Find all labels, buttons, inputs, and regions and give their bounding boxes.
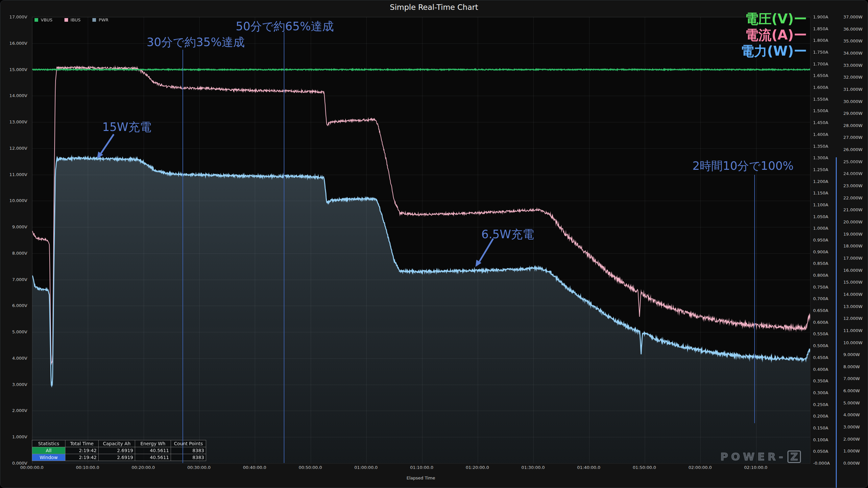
current-tick-label: 0.300A (813, 390, 828, 395)
power-tick-label: 10.000W (843, 340, 862, 345)
voltage-axis-legend: 電圧(V)ー (741, 11, 807, 27)
power-axis-legend: 電力(W)ー (741, 43, 807, 59)
page-title: Simple Real-Time Chart (0, 3, 868, 11)
stats-window-count: 8383 (171, 454, 206, 461)
current-tick-label: 1.050A (813, 214, 828, 219)
reference-line (284, 32, 284, 463)
series-legend: VBUS IBUS PWR (34, 18, 108, 22)
stats-window-button[interactable]: Window (32, 454, 65, 461)
current-tick-label: 0.150A (813, 425, 828, 430)
current-tick-label: 0.550A (813, 332, 828, 336)
power-tick-label: 6.000W (843, 388, 860, 393)
stats-window-energy: 40.5611 (135, 454, 171, 461)
voltage-tick-label: 13.000V (9, 119, 27, 124)
power-tick-label: 8.000W (843, 364, 860, 369)
annotation-100pct: 2時間10分で100% (692, 158, 794, 174)
current-tick-label: 1.650A (813, 73, 828, 78)
voltage-tick-label: 14.000V (9, 93, 27, 98)
legend-item-vbus[interactable]: VBUS (34, 18, 53, 22)
time-tick-label: 01:10:00.0 (410, 465, 433, 470)
legend-item-pwr[interactable]: PWR (92, 18, 108, 22)
power-tick-label: 19.000W (843, 231, 862, 236)
realtime-chart-canvas[interactable] (32, 17, 810, 463)
time-tick-label: 01:20:00.0 (466, 465, 489, 470)
power-tick-label: 25.000W (843, 159, 862, 164)
time-tick-label: 01:00:00.0 (354, 465, 378, 470)
statistics-table: Statistics Total Time Capacity Ah Energy… (32, 440, 206, 461)
current-tick-label: 0.700A (813, 296, 828, 301)
current-tick-label: 0.450A (813, 355, 828, 360)
current-tick-label: 1.250A (813, 167, 828, 172)
power-tick-label: 15.000W (843, 280, 862, 285)
time-tick-label: 00:40:00.0 (243, 465, 266, 470)
current-tick-label: 0.850A (813, 261, 828, 266)
current-tick-label: 0.100A (813, 437, 828, 442)
current-tick-label: 0.600A (813, 319, 828, 324)
current-tick-label: 1.100A (813, 202, 828, 207)
time-tick-label: 00:20:00.0 (131, 465, 155, 470)
power-tick-label: 7.000W (843, 376, 860, 381)
legend-item-ibus[interactable]: IBUS (64, 18, 81, 22)
stats-header-count: Count Points (171, 440, 206, 447)
power-tick-label: 35.000W (843, 38, 862, 44)
stats-header-energy: Energy Wh (135, 440, 171, 447)
current-tick-label: 0.050A (813, 449, 828, 454)
power-tick-label: 20.000W (843, 220, 862, 224)
power-tick-label: 32.000W (843, 75, 862, 80)
stats-all-button[interactable]: All (32, 447, 65, 454)
current-tick-label: 0.900A (813, 249, 828, 254)
annotation-arrow-15w-icon (93, 132, 119, 163)
voltage-tick-label: 7.000V (12, 277, 27, 282)
power-tick-label: 36.000W (843, 26, 862, 31)
current-tick-label: 1.800A (813, 38, 828, 43)
stats-header-total-time: Total Time (65, 440, 99, 447)
power-tick-label: 29.000W (843, 111, 862, 116)
stats-all-energy: 40.5611 (135, 447, 171, 454)
time-tick-label: 00:10:00.0 (76, 465, 99, 470)
voltage-tick-label: 15.000V (9, 67, 27, 72)
x-axis-title: Elapsed Time (32, 476, 810, 481)
power-tick-label: 14.000W (843, 291, 862, 296)
stats-header-statistics: Statistics (32, 440, 65, 447)
voltage-tick-label: 11.000V (9, 172, 27, 177)
time-tick-label: 01:40:00.0 (577, 465, 600, 470)
current-tick-label: 1.500A (813, 108, 828, 113)
legend-label-vbus: VBUS (41, 18, 53, 22)
stats-row-all: All 2:19:42 2.6919 40.5611 8383 (32, 447, 206, 454)
ibus-swatch-icon (64, 18, 68, 22)
plot-area (32, 17, 810, 464)
reference-line (183, 50, 183, 463)
time-tick-label: 00:00:00.0 (20, 465, 44, 470)
power-tick-label: 12.000W (843, 316, 862, 321)
power-tick-label: 4.000W (843, 412, 860, 417)
current-tick-label: 1.350A (813, 143, 828, 148)
power-tick-label: 18.000W (843, 243, 862, 249)
current-tick-label: 0.200A (813, 413, 828, 419)
stats-all-count: 8383 (171, 447, 206, 454)
power-tick-label: 3.000W (843, 425, 860, 429)
stats-header-row: Statistics Total Time Capacity Ah Energy… (32, 440, 206, 447)
current-tick-label: 1.600A (813, 85, 828, 90)
current-tick-label: 1.000A (813, 226, 828, 231)
power-tick-label: 0.000W (843, 461, 860, 466)
cursor-line[interactable] (836, 157, 837, 488)
power-z-logo: POWER-Z (720, 451, 801, 463)
voltage-tick-label: 17.000V (9, 15, 27, 20)
power-tick-label: 22.000W (843, 195, 862, 200)
power-tick-label: 13.000W (843, 304, 862, 309)
power-tick-label: 1.000W (843, 449, 860, 454)
voltage-tick-label: 2.000V (12, 408, 27, 413)
power-tick-label: 9.000W (843, 352, 860, 357)
current-tick-label: 0.650A (813, 308, 828, 313)
voltage-tick-label: 6.000V (12, 303, 27, 308)
time-tick-label: 01:30:00.0 (522, 465, 545, 470)
time-tick-label: 00:30:00.0 (187, 465, 211, 470)
current-tick-label: 0.350A (813, 378, 828, 383)
power-tick-label: 11.000W (843, 328, 862, 333)
current-tick-label: 0.250A (813, 402, 828, 407)
power-tick-label: 17.000W (843, 255, 862, 260)
current-axis: 1.900A1.850A1.800A1.750A1.700A1.650A1.60… (813, 17, 833, 463)
power-tick-label: 37.000W (843, 15, 862, 20)
logo-z-badge: Z (787, 451, 801, 463)
current-axis-legend: 電流(A)ー (741, 27, 807, 43)
